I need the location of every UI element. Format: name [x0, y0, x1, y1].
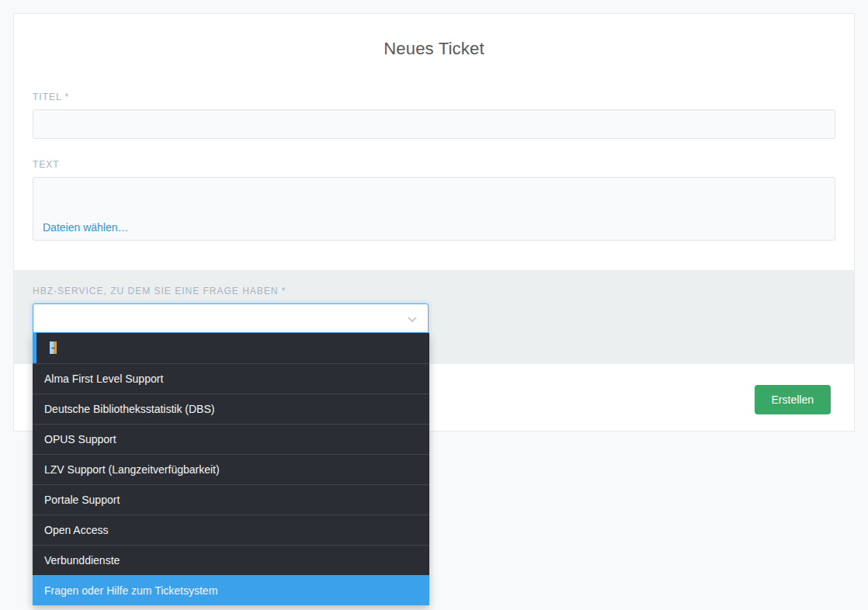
dropdown-option-label: LZV Support (Langzeitverfügbarkeit)	[44, 463, 220, 476]
dropdown-option-label: OPUS Support	[44, 433, 116, 445]
title-field-group: TITEL *	[33, 92, 835, 139]
dropdown-option[interactable]: Alma First Level Support	[33, 363, 429, 393]
chevron-down-icon	[406, 313, 418, 325]
dropdown-option[interactable]: Portale Support	[33, 484, 429, 515]
dropdown-option-label: Alma First Level Support	[44, 373, 163, 385]
dropdown-option[interactable]: OPUS Support	[33, 424, 429, 454]
dropdown-option-label: Deutsche Bibliotheksstatistik (DBS)	[44, 403, 214, 415]
ticket-form: TITEL * TEXT Dateien wählen…	[14, 92, 854, 241]
new-ticket-card: Neues Ticket TITEL * TEXT Dateien wählen…	[13, 13, 855, 432]
dropdown-option-label: -	[50, 341, 57, 354]
page-title: Neues Ticket	[14, 14, 854, 59]
dropdown-option[interactable]: Verbunddienste	[33, 545, 429, 575]
dropdown-option[interactable]: Deutsche Bibliotheksstatistik (DBS)	[33, 393, 429, 424]
dropdown-option[interactable]: Fragen oder Hilfe zum Ticketsystem	[33, 575, 429, 605]
dropdown-option-label: Portale Support	[44, 494, 120, 506]
dropdown-option[interactable]: LZV Support (Langzeitverfügbarkeit)	[33, 454, 429, 484]
service-section: HBZ-SERVICE, ZU DEM SIE EINE FRAGE HABEN…	[14, 270, 854, 364]
dropdown-option-label: Verbunddienste	[44, 554, 120, 567]
title-input[interactable]	[33, 109, 835, 139]
create-button[interactable]: Erstellen	[755, 385, 831, 414]
dropdown-option-label: Open Access	[44, 524, 109, 536]
dropdown-option-label: Fragen oder Hilfe zum Ticketsystem	[44, 584, 217, 597]
dropdown-option[interactable]: Open Access	[33, 515, 429, 545]
file-picker-link[interactable]: Dateien wählen…	[43, 221, 129, 234]
service-dropdown-menu: - Alma First Level Support Deutsche Bibl…	[33, 333, 429, 605]
service-select[interactable]	[33, 303, 429, 333]
text-input[interactable]: Dateien wählen…	[33, 177, 835, 241]
text-label: TEXT	[33, 159, 835, 170]
dropdown-option[interactable]: -	[33, 333, 429, 363]
text-field-group: TEXT Dateien wählen…	[33, 159, 835, 241]
service-label: HBZ-SERVICE, ZU DEM SIE EINE FRAGE HABEN…	[33, 286, 835, 296]
title-label: TITEL *	[33, 92, 835, 102]
